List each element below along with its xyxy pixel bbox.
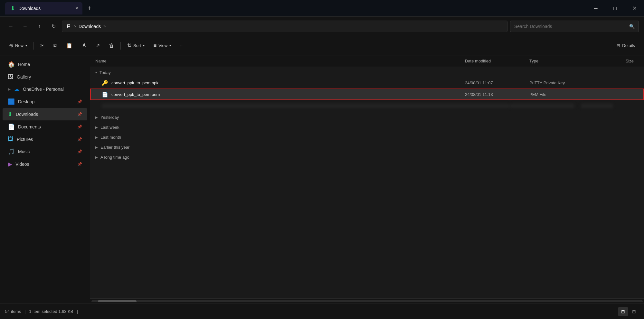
downloads-icon: ⬇ bbox=[8, 111, 13, 118]
sidebar-label-music: Music bbox=[18, 149, 74, 154]
new-tab-button[interactable]: + bbox=[85, 3, 94, 13]
group-last-month[interactable]: ▶ Last month bbox=[90, 132, 644, 142]
tiles-view-icon: ⊞ bbox=[632, 309, 636, 314]
last-month-chevron: ▶ bbox=[95, 136, 98, 139]
hscroll-track[interactable] bbox=[91, 300, 643, 302]
onedrive-icon: ☁ bbox=[14, 86, 20, 93]
group-yesterday[interactable]: ▶ Yesterday bbox=[90, 112, 644, 122]
view-icon: ≡ bbox=[154, 43, 156, 49]
group-long-ago[interactable]: ▶ A long time ago bbox=[90, 152, 644, 162]
delete-button[interactable]: 🗑 bbox=[105, 40, 118, 52]
sidebar: 🏠 Home 🖼 Gallery ▶ ☁ OneDrive - Personal… bbox=[0, 55, 90, 304]
view-label: View bbox=[158, 43, 167, 48]
sidebar-label-videos: Videos bbox=[15, 162, 74, 167]
hscroll-thumb[interactable] bbox=[98, 300, 137, 302]
group-earlier-year[interactable]: ▶ Earlier this year bbox=[90, 142, 644, 152]
computer-icon: 🖥 bbox=[66, 23, 71, 29]
search-input[interactable] bbox=[514, 24, 627, 29]
cut-button[interactable]: ✂ bbox=[36, 40, 48, 52]
sort-button[interactable]: ⇅ Sort ▾ bbox=[123, 40, 148, 52]
file-list: ▾ Today 🔑 convert_ppk_to_pem.ppk 24/08/0… bbox=[90, 67, 644, 298]
address-sep-2: > bbox=[103, 24, 106, 29]
close-button[interactable]: ✕ bbox=[625, 0, 644, 17]
ppk-file-type: PuTTY Private Key ... bbox=[529, 80, 600, 85]
maximize-button[interactable]: □ bbox=[605, 0, 625, 17]
col-header-type[interactable]: Type bbox=[529, 59, 600, 63]
copy-button[interactable]: ⧉ bbox=[50, 40, 61, 52]
file-row-ppk[interactable]: 🔑 convert_ppk_to_pem.ppk 24/08/01 11:07 … bbox=[90, 77, 644, 89]
sidebar-label-onedrive: OneDrive - Personal bbox=[23, 87, 82, 92]
sidebar-item-onedrive[interactable]: ▶ ☁ OneDrive - Personal bbox=[3, 83, 87, 95]
navbar: ← → ↑ ↻ 🖥 > Downloads > 🔍 bbox=[0, 17, 644, 36]
more-icon: ··· bbox=[180, 43, 184, 48]
sidebar-item-downloads[interactable]: ⬇ Downloads 📌 bbox=[3, 108, 87, 120]
sidebar-item-home[interactable]: 🏠 Home bbox=[3, 58, 87, 70]
sidebar-item-music[interactable]: 🎵 Music 📌 bbox=[3, 145, 87, 158]
forward-button[interactable]: → bbox=[19, 21, 31, 32]
new-button[interactable]: ⊕ New ▾ bbox=[5, 40, 31, 52]
yesterday-chevron: ▶ bbox=[95, 116, 98, 119]
content-area: Name Date modified Type Size ▾ Today 🔑 c… bbox=[90, 55, 644, 304]
view-dropdown-icon: ▾ bbox=[169, 44, 171, 47]
group-earlier-year-label: Earlier this year bbox=[100, 145, 129, 150]
tab-close-button[interactable]: ✕ bbox=[75, 6, 79, 11]
details-icon: ⊟ bbox=[617, 43, 620, 48]
sidebar-item-gallery[interactable]: 🖼 Gallery bbox=[3, 71, 87, 83]
sidebar-item-desktop[interactable]: 🟦 Desktop 📌 bbox=[3, 96, 87, 108]
address-bar[interactable]: 🖥 > Downloads > bbox=[62, 21, 507, 32]
new-dropdown-icon: ▾ bbox=[25, 44, 27, 47]
col-header-date[interactable]: Date modified bbox=[465, 59, 529, 63]
sort-label: Sort bbox=[133, 43, 141, 48]
sort-icon: ⇅ bbox=[127, 42, 131, 49]
view-button[interactable]: ≡ View ▾ bbox=[150, 40, 175, 52]
share-button[interactable]: ↗ bbox=[92, 40, 104, 52]
col-header-size[interactable]: Size bbox=[600, 59, 639, 63]
group-last-week[interactable]: ▶ Last week bbox=[90, 122, 644, 132]
refresh-icon: ↻ bbox=[52, 23, 56, 29]
blurred-name bbox=[102, 104, 510, 108]
home-icon: 🏠 bbox=[8, 61, 15, 68]
details-button[interactable]: ⊟ Details bbox=[613, 40, 639, 52]
titlebar: ⬇ Downloads ✕ + ─ □ ✕ bbox=[0, 0, 644, 17]
horizontal-scrollbar[interactable] bbox=[90, 298, 644, 304]
paste-button[interactable]: 📋 bbox=[62, 40, 76, 52]
minimize-button[interactable]: ─ bbox=[586, 0, 605, 17]
group-long-ago-label: A long time ago bbox=[100, 155, 129, 160]
search-bar[interactable]: 🔍 bbox=[510, 21, 639, 32]
share-icon: ↗ bbox=[96, 42, 100, 49]
onedrive-expand-icon: ▶ bbox=[8, 87, 11, 91]
statusbar: 54 items | 1 item selected 1.63 KB | ⊟ ⊞ bbox=[0, 304, 644, 319]
rename-button[interactable]: Ａ bbox=[78, 40, 90, 52]
sidebar-label-home: Home bbox=[18, 62, 82, 67]
group-last-month-label: Last month bbox=[100, 135, 121, 140]
sidebar-item-documents[interactable]: 📄 Documents 📌 bbox=[3, 121, 87, 133]
sidebar-item-pictures[interactable]: 🖼 Pictures 📌 bbox=[3, 133, 87, 145]
more-button[interactable]: ··· bbox=[176, 40, 187, 52]
group-today[interactable]: ▾ Today bbox=[90, 67, 644, 77]
toolbar-sep-1 bbox=[33, 42, 34, 50]
pem-file-date: 24/08/01 11:13 bbox=[465, 92, 529, 97]
sidebar-item-videos[interactable]: ▶ Videos 📌 bbox=[3, 158, 87, 170]
tab-title: Downloads bbox=[18, 6, 41, 11]
titlebar-tab[interactable]: ⬇ Downloads ✕ bbox=[5, 2, 82, 14]
status-text: 54 items | 1 item selected 1.63 KB | bbox=[5, 309, 618, 314]
sidebar-label-desktop: Desktop bbox=[18, 99, 74, 104]
group-last-week-label: Last week bbox=[100, 125, 119, 130]
column-headers: Name Date modified Type Size bbox=[90, 55, 644, 67]
pem-file-icon: 📄 bbox=[102, 91, 108, 98]
details-view-btn[interactable]: ⊟ bbox=[618, 307, 628, 316]
back-button[interactable]: ← bbox=[5, 21, 17, 32]
long-ago-chevron: ▶ bbox=[95, 155, 98, 159]
col-header-name[interactable]: Name bbox=[95, 59, 465, 63]
delete-icon: 🗑 bbox=[109, 43, 114, 49]
tiles-view-btn[interactable]: ⊞ bbox=[629, 307, 639, 316]
pictures-icon: 🖼 bbox=[8, 136, 14, 143]
refresh-button[interactable]: ↻ bbox=[48, 21, 59, 32]
ppk-file-name: convert_ppk_to_pem.ppk bbox=[111, 80, 465, 85]
pictures-pin-icon: 📌 bbox=[77, 137, 82, 142]
pem-file-type: PEM File bbox=[529, 92, 600, 97]
file-row-pem[interactable]: 📄 convert_ppk_to_pem.pem 24/08/01 11:13 … bbox=[90, 89, 644, 100]
desktop-icon: 🟦 bbox=[8, 98, 15, 105]
up-button[interactable]: ↑ bbox=[33, 21, 45, 32]
paste-icon: 📋 bbox=[66, 42, 72, 49]
